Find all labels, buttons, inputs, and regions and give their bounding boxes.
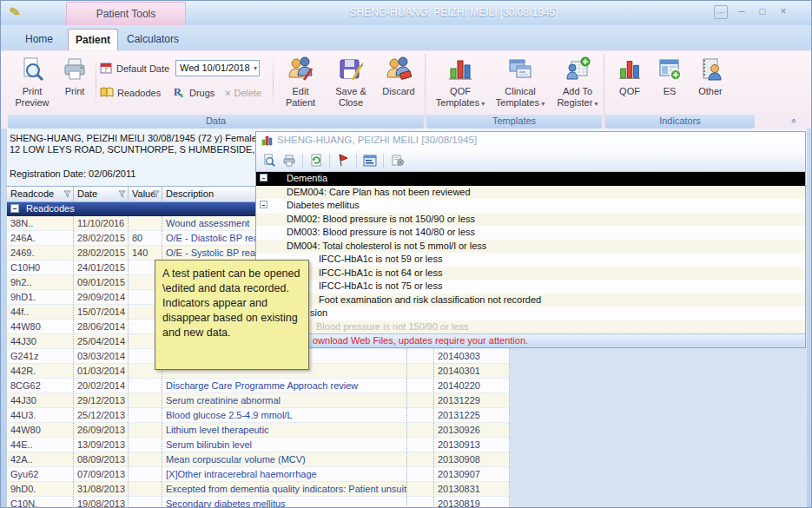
cell-desc: Lithium level therapeutic [162,423,407,438]
cell-desc: Mean corpuscular volume (MCV) [162,452,407,467]
cell-code: 9hD1. [7,290,74,305]
tree-item-row[interactable]: DM002: Blood pressure is not 150/90 or l… [256,213,805,227]
tree-item-row[interactable]: DM004: Total cholesterol is not 5 mmol/l… [256,240,805,254]
rx-icon: Rx [173,86,186,100]
cell-code: 44J30 [7,393,74,408]
print-icon[interactable] [281,153,297,168]
collapse-minus-icon[interactable] [260,201,267,208]
column-header-date[interactable]: Date [74,187,129,202]
cell-spacer [407,364,434,379]
table-row[interactable]: 42A..08/09/2013Mean corpuscular volume (… [7,452,510,467]
tree-item-row[interactable]: IFCC-HbA1c is not 75 or less [256,280,805,294]
cell-extra: 20130831 [434,482,510,497]
close-icon[interactable]: × [776,5,790,19]
tree-item-row[interactable]: IFCC-HbA1c is not 59 or less [256,253,805,267]
table-row[interactable]: C10N.19/08/2013Secondary diabetes mellit… [7,497,510,507]
column-header-readcode[interactable]: Readcode [7,187,74,202]
table-row[interactable]: 44U3.25/12/2013Blood glucose 2.5-4.9 mmo… [7,408,510,423]
column-header-value[interactable]: Value [129,187,162,202]
tree-row-label: Blood pressure is not 150/90 or less [316,320,469,333]
tree-group-row[interactable]: Diabetes mellitus [256,199,805,213]
delete-button[interactable]: × Delete [225,84,261,102]
filter-funnel-icon[interactable] [118,190,126,198]
qof-templates-button[interactable]: QOF Templates [432,55,488,112]
tooltip-note: A test patient can be opened \edited and… [155,260,309,370]
flag-icon[interactable] [335,153,351,168]
discard-button[interactable]: Discard [376,55,421,112]
indicator-panel-toolbar [256,149,805,172]
es-indicators-button[interactable]: ES [651,55,688,112]
tree-item-row[interactable]: Foot examination and risk classification… [256,294,805,307]
svg-text:7: 7 [104,67,108,73]
drugs-button[interactable]: Rx Drugs [173,84,215,102]
cell-extra: 20140303 [434,349,510,364]
settings-icon[interactable] [389,153,405,168]
print-preview-button[interactable]: Print Preview [10,55,55,112]
maximize-icon[interactable]: □ [756,5,769,19]
tree-group-row[interactable]: Dementia [256,172,805,186]
tab-calculators[interactable]: Calculators [121,29,185,50]
cell-code: C10N. [7,497,74,507]
cell-extra: 20140220 [434,379,510,393]
cell-spacer [407,349,434,364]
cell-code: 9hD0. [7,482,74,497]
readcodes-button[interactable]: Readodes [100,84,161,102]
bar-chart-icon [261,135,274,147]
cell-value [129,482,162,497]
tree-row-label: Dementia [287,172,327,185]
minimize-icon[interactable]: – [735,5,749,19]
tree-item-row[interactable]: IFCC-HbA1c is not 64 or less [256,267,805,280]
table-row[interactable]: 44W8026/09/2013Lithium level therapeutic… [7,423,510,438]
calendar-icon: 7 [100,62,113,76]
cell-value [129,379,162,393]
tree-alert-row[interactable]: ownload Web Files, updates require your … [256,333,805,347]
table-row[interactable]: 8CG6220/02/2014Discharge Care Programme … [7,379,510,393]
tab-home[interactable]: Home [13,29,65,50]
collapse-minus-icon[interactable] [260,174,267,181]
other-indicators-button[interactable]: Other [690,55,731,112]
qof-indicators-button[interactable]: QOF [611,55,649,112]
cell-spacer [407,482,434,497]
refresh-icon[interactable] [308,153,324,168]
bar-chart-icon [432,56,488,84]
tree-row-label: IFCC-HbA1c is not 75 or less [319,280,442,293]
cell-code: 42A.. [7,452,74,467]
context-tab-patient-tools[interactable]: Patient Tools [66,2,186,27]
print-preview-icon[interactable] [261,153,276,168]
forms-icon [491,56,550,84]
print-button[interactable]: Print [56,55,93,112]
cell-desc: Discharge Care Programme Approach review [162,379,407,393]
save-close-button[interactable]: Save & Close [327,55,374,112]
edit-patient-icon [277,56,324,84]
cell-date: 24/01/2015 [74,261,129,275]
window-title: SHENG-HUANG, PEIZHI MEILI [30/08/1945] [201,6,707,18]
table-row[interactable]: Gyu6207/09/2013[X]Other intracerebral ha… [7,467,510,482]
clinical-templates-button[interactable]: Clinical Templates [491,55,550,112]
tree-row-label: DM002: Blood pressure is not 150/90 or l… [287,213,475,226]
tree-row-label: Foot examination and risk classification… [319,294,541,307]
delete-x-icon: × [225,88,230,98]
patient-name-line: SHENG-HUANG, PEIZHI MEILI 30/08/1945 (72… [10,133,256,144]
tree-item-row[interactable]: DM003: Blood pressure is not 140/80 or l… [256,226,805,240]
tab-patient[interactable]: Patient [68,29,118,50]
tree-group-row[interactable]: sion [256,307,805,320]
collapse-minus-icon[interactable] [10,204,19,213]
filter-funnel-icon[interactable] [152,190,160,198]
tree-item-row[interactable]: Blood pressure is not 150/90 or less [256,320,805,334]
table-row[interactable]: 9hD0.31/08/2013Excepted from dementia qu… [7,482,510,497]
table-row[interactable]: 44E..13/09/2013Serum bilirubin level2013… [7,438,510,452]
indicator-panel: SHENG-HUANG, PEIZHI MEILI [30/08/1945] D… [255,131,806,348]
filter-funnel-icon[interactable] [63,190,71,198]
edit-patient-button[interactable]: Edit Patient [277,55,324,112]
table-row[interactable]: 44J3029/12/2013Serum creatinine abnormal… [7,393,510,408]
cell-code: C10H0 [7,261,74,275]
collapse-ribbon-icon[interactable]: » [789,121,799,124]
options-icon[interactable]: ⋯ [714,5,728,19]
add-to-register-button[interactable]: Add To Register [551,55,604,112]
cell-spacer [407,393,434,408]
tree-item-row[interactable]: DEM004: Care Plan has not been reviewed [256,186,805,200]
report-icon[interactable] [362,153,378,168]
default-date-combobox[interactable]: Wed 10/01/2018 ▾ [175,60,260,76]
cell-spacer [407,497,434,507]
cell-value: 80 [129,231,162,246]
